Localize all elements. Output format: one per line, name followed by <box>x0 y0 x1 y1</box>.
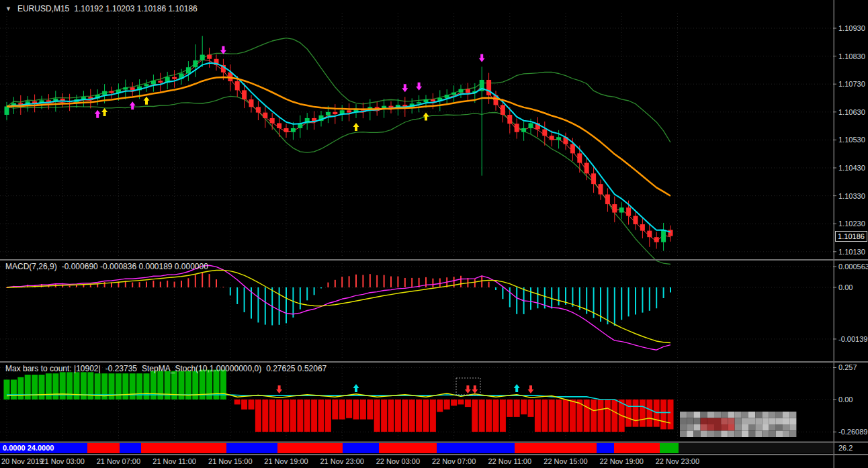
time-axis-label: 22 Nov 11:00 <box>488 457 531 465</box>
stepma-histogram-bar-up <box>116 373 122 400</box>
watermark-pixelated <box>728 431 734 438</box>
candle <box>249 99 254 107</box>
stepma-histogram-bar-down <box>416 400 422 432</box>
watermark-pixelated <box>707 431 714 438</box>
macd-histogram-bar <box>90 285 91 287</box>
macd-histogram-bar <box>635 287 636 314</box>
watermark-pixelated <box>728 412 734 418</box>
stepma-histogram-bar-down <box>255 400 261 432</box>
candle <box>158 81 163 83</box>
macd-histogram-bar <box>97 284 98 287</box>
macd-histogram-bar <box>670 287 671 292</box>
sentiment-strip-segment <box>87 443 120 453</box>
macd-histogram-bar <box>460 276 462 287</box>
candle <box>668 230 673 236</box>
macd-histogram-bar <box>614 287 615 326</box>
candle <box>612 204 617 212</box>
stepma-histogram-bar-down <box>353 400 359 420</box>
candle <box>277 123 281 128</box>
chart-canvas[interactable]: 1.109301.108301.107301.106301.105301.104… <box>0 0 868 468</box>
macd-histogram-bar <box>558 287 560 306</box>
stepma-histogram-bar-down <box>423 400 429 432</box>
stepma-histogram-bar-down <box>556 400 562 432</box>
watermark-pixelated <box>742 412 748 418</box>
watermark-pixelated <box>693 412 700 418</box>
candle <box>634 216 638 224</box>
macd-histogram-bar <box>411 278 413 287</box>
stepma-histogram-bar-down <box>549 400 555 432</box>
quote-values: 1.10192 1.10203 1.10186 1.10186 <box>74 4 198 13</box>
stepma-histogram-bar-down <box>611 400 617 432</box>
watermark-pixelated <box>762 412 769 418</box>
candle <box>417 102 421 103</box>
macd-histogram-bar <box>509 287 511 308</box>
macd-histogram-bar <box>76 285 77 287</box>
candle <box>200 55 205 60</box>
panel-separator <box>0 442 868 443</box>
stepma-histogram-bar-down <box>290 400 296 432</box>
candle <box>431 99 435 101</box>
watermark-pixelated <box>680 424 687 431</box>
stepma-histogram-bar-down <box>262 400 268 432</box>
macd-histogram-bar <box>432 279 433 287</box>
price-axis-label: 1.10930 <box>838 24 865 32</box>
macd-histogram-bar <box>69 286 71 287</box>
macd-histogram-bar <box>349 276 350 287</box>
time-axis-label: 20 Nov 2019 <box>1 457 43 465</box>
stepma-histogram-bar-down <box>598 400 604 432</box>
stepma-histogram-bar-down <box>325 400 331 432</box>
symbol-dropdown-icon[interactable]: ▼ <box>5 5 11 12</box>
price-axis-label: 1.10130 <box>838 248 865 256</box>
candle <box>570 144 575 154</box>
price-axis-label: 1.10830 <box>838 52 865 60</box>
candle <box>654 237 659 242</box>
candle <box>235 81 240 90</box>
stepma-maxbars-label: Max bars to count: |10902| <box>5 364 101 373</box>
macd-histogram-bar <box>174 281 175 287</box>
watermark-pixelated <box>755 418 762 425</box>
candle <box>172 77 177 79</box>
candle <box>501 105 505 115</box>
sentiment-strip-segment <box>343 443 379 453</box>
candle <box>542 130 547 136</box>
candle <box>151 81 156 84</box>
stepma-histogram-bar-down <box>234 400 241 404</box>
macd-histogram-bar <box>495 287 496 290</box>
candle <box>270 118 275 123</box>
watermark-pixelated <box>693 424 700 431</box>
macd-histogram-bar <box>607 287 608 324</box>
macd-histogram-bar <box>320 287 322 288</box>
watermark-pixelated <box>783 412 789 418</box>
macd-histogram-bar <box>230 287 231 295</box>
macd-histogram-bar <box>481 276 482 287</box>
stepma-histogram-bar-down <box>374 400 380 432</box>
stepma-histogram-bar-down <box>360 400 366 420</box>
watermark-pixelated <box>714 424 721 431</box>
sentiment-strip-segment <box>120 443 141 453</box>
watermark-pixelated <box>701 412 707 418</box>
candle <box>347 110 351 112</box>
watermark-pixelated <box>762 431 769 438</box>
sentiment-strip-segment <box>515 443 597 453</box>
time-axis-label: 21 Nov 15:00 <box>208 457 252 465</box>
stepma-histogram-bar-down <box>339 400 345 420</box>
mt4-chart-window: 1.109301.108301.107301.106301.105301.104… <box>0 0 868 468</box>
watermark-pixelated <box>742 418 748 425</box>
watermark-pixelated <box>701 418 707 425</box>
candle <box>459 89 464 93</box>
watermark-pixelated <box>714 412 721 418</box>
candle <box>451 93 456 95</box>
candle <box>507 115 512 124</box>
macd-histogram-bar <box>187 278 189 287</box>
watermark-pixelated <box>714 431 721 438</box>
stepma-histogram-bar-down <box>625 400 632 427</box>
stepma-histogram-bar-down <box>521 400 527 414</box>
macd-histogram-bar <box>628 287 630 316</box>
macd-histogram-bar <box>425 277 427 287</box>
macd-histogram-bar <box>376 275 378 287</box>
candle <box>102 91 107 95</box>
watermark-pixelated <box>755 412 762 418</box>
watermark-pixelated <box>769 412 776 418</box>
watermark-pixelated <box>721 431 728 438</box>
price-axis-label: 1.10630 <box>838 108 865 116</box>
